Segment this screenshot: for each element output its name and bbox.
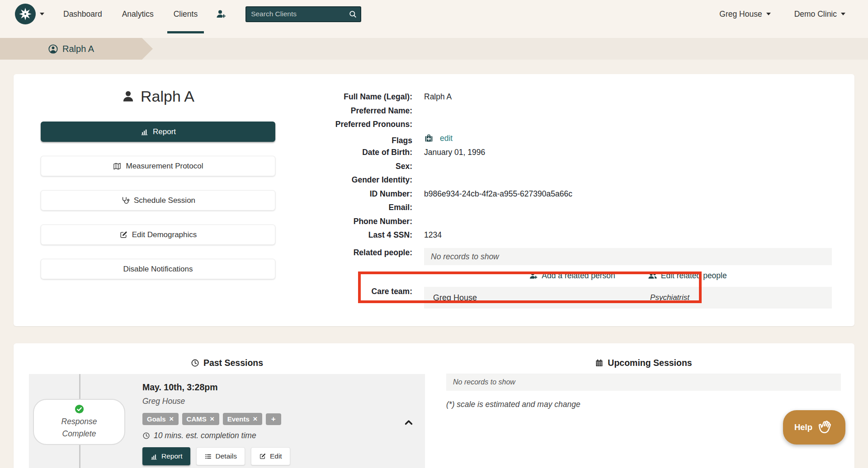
session-status-text: Response Complete (50, 416, 108, 440)
report-button-label: Report (153, 127, 176, 136)
sessions-card: Past Sessions Response Complete May. 10t… (14, 343, 854, 468)
clock-icon (142, 432, 150, 440)
field-label: Preferred Name: (275, 106, 412, 116)
check-circle-icon (74, 404, 85, 414)
field-gender-identity: Gender Identity: (275, 175, 832, 187)
field-date-of-birth: Date of Birth: January 01, 1996 (275, 148, 832, 159)
nav-item-clients[interactable]: Clients (173, 6, 199, 23)
past-sessions-header: Past Sessions (29, 358, 425, 368)
schedule-session-button[interactable]: Schedule Session (41, 190, 275, 211)
edit-demographics-button[interactable]: Edit Demographics (41, 225, 275, 245)
tag-goals[interactable]: Goals ✕ (142, 413, 179, 425)
upcoming-sessions-title: Upcoming Sessions (608, 358, 692, 368)
add-related-person-link[interactable]: Add a related person (529, 270, 615, 281)
help-button[interactable]: Help (783, 410, 845, 445)
person-circle-icon (48, 44, 58, 54)
demographics-fields: Full Name (Legal): Ralph A Preferred Nam… (275, 92, 832, 242)
edit-related-people-link[interactable]: Edit related people (648, 270, 727, 281)
map-icon (113, 162, 122, 171)
tag-cams[interactable]: CAMS ✕ (182, 413, 219, 425)
report-button[interactable]: Report (41, 122, 275, 142)
schedule-session-label: Schedule Session (134, 196, 195, 205)
field-preferred-pronouns: Preferred Pronouns: (275, 120, 832, 131)
measurement-protocol-button[interactable]: Measurement Protocol (41, 156, 275, 176)
field-label: Flags (275, 136, 412, 145)
edit-demographics-label: Edit Demographics (132, 230, 197, 239)
brand-logo (15, 4, 36, 24)
add-client-button[interactable] (216, 9, 226, 19)
bar-chart-icon (150, 453, 158, 460)
user-menu-label: Greg House (719, 9, 762, 19)
scale-estimate-note: (*) scale is estimated and may change (446, 400, 841, 409)
tag-events[interactable]: Events ✕ (223, 413, 262, 425)
user-menu[interactable]: Greg House (719, 9, 770, 19)
upcoming-sessions-header: Upcoming Sessions (446, 358, 841, 368)
session-report-button[interactable]: Report (142, 447, 190, 465)
field-id-number: ID Number: b986e934-24cb-4f2a-a955-62739… (275, 189, 832, 201)
field-label: ID Number: (275, 189, 412, 199)
field-label: Date of Birth: (275, 148, 412, 157)
waving-hand-icon (817, 419, 834, 436)
field-value: b986e934-24cb-4f2a-a955-627390a5a66c (424, 189, 572, 199)
past-sessions-title: Past Sessions (203, 358, 263, 368)
field-email: Email: (275, 203, 832, 214)
session-edit-label: Edit (270, 452, 282, 460)
field-last4-ssn: Last 4 SSN: 1234 (275, 230, 832, 242)
starburst-logo-icon (19, 7, 32, 21)
nav-item-analytics[interactable]: Analytics (121, 6, 155, 23)
bar-chart-icon (140, 127, 149, 136)
search-icon[interactable] (349, 10, 357, 19)
field-value: Ralph A (424, 92, 452, 102)
field-full-name: Full Name (Legal): Ralph A (275, 92, 832, 103)
remove-tag-icon[interactable]: ✕ (169, 416, 174, 422)
client-name: Ralph A (141, 88, 194, 105)
caret-down-icon (766, 13, 771, 15)
care-team-member-name: Greg House (433, 293, 650, 303)
upcoming-sessions-empty: No records to show (446, 374, 841, 391)
medkit-icon (424, 134, 434, 143)
empty-text: No records to show (431, 252, 499, 262)
field-sex: Sex: (275, 162, 832, 173)
session-edit-button[interactable]: Edit (251, 447, 290, 465)
help-button-label: Help (794, 422, 812, 432)
breadcrumb-client-tab[interactable]: Ralph A (0, 38, 153, 60)
tag-label: Events (227, 415, 250, 423)
session-provider: Greg House (142, 397, 290, 406)
chevron-up-icon[interactable] (402, 417, 415, 428)
session-details-button[interactable]: Details (196, 447, 245, 465)
pencil-square-icon (259, 453, 266, 460)
tag-label: CAMS (187, 415, 207, 423)
related-people-label: Related people: (275, 248, 412, 281)
brand-menu[interactable] (15, 4, 44, 24)
client-name-heading: Ralph A (41, 85, 275, 108)
remove-tag-icon[interactable]: ✕ (210, 416, 215, 422)
related-people-empty: No records to show (424, 248, 832, 265)
add-related-person-label: Add a related person (542, 271, 615, 281)
client-summary-card: Ralph A Report Measurement Protocol (14, 74, 854, 326)
session-report-label: Report (161, 452, 183, 460)
field-value: January 01, 1996 (424, 148, 485, 157)
clinic-menu-label: Demo Clinic (794, 9, 837, 19)
disable-notifications-button[interactable]: Disable Notifications (41, 259, 275, 279)
field-label: Phone Number: (275, 217, 412, 226)
add-tag-button[interactable]: + (266, 413, 281, 425)
field-label: Last 4 SSN: (275, 230, 412, 240)
past-session-item: Response Complete May. 10th, 3:28pm Greg… (29, 374, 425, 468)
clinic-menu[interactable]: Demo Clinic (794, 9, 845, 19)
field-label: Full Name (Legal): (275, 92, 412, 102)
edit-flags-link[interactable]: edit (440, 134, 453, 143)
session-details-label: Details (216, 452, 237, 460)
nav-item-dashboard[interactable]: Dashboard (62, 6, 103, 23)
remove-tag-icon[interactable]: ✕ (253, 416, 258, 422)
session-tags: Goals ✕ CAMS ✕ Events ✕ + (142, 413, 290, 425)
disable-notifications-label: Disable Notifications (123, 265, 193, 274)
field-phone-number: Phone Number: (275, 217, 832, 228)
care-team-member-row[interactable]: Greg House Psychiatrist (424, 287, 832, 309)
search-input[interactable] (245, 6, 361, 22)
clock-icon (191, 359, 199, 367)
related-people-section: Related people: No records to show (275, 248, 832, 281)
field-flags: Flags edit (275, 134, 832, 145)
field-label: Preferred Pronouns: (275, 120, 412, 129)
people-group-icon (648, 271, 657, 281)
empty-text: No records to show (453, 378, 515, 386)
